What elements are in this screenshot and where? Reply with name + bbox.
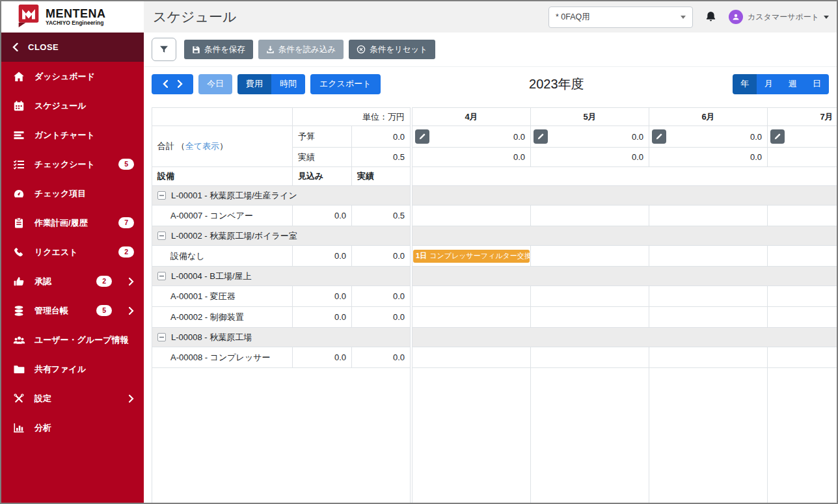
actual-month-value: 0.0 <box>412 148 531 167</box>
sidebar-item-schedule[interactable]: スケジュール <box>1 91 144 120</box>
home-icon <box>12 71 25 83</box>
sidebar-nav: ダッシュボード スケジュール ガントチャート チェックシート 5 チ <box>1 62 144 442</box>
calendar-icon <box>12 100 25 112</box>
schedule-cell <box>531 286 649 307</box>
schedule-cell <box>412 347 531 368</box>
brand-subtitle: YACHIYO Engineering <box>46 20 106 26</box>
collapse-minus-icon <box>157 333 166 341</box>
phone-icon <box>12 246 25 258</box>
reset-conditions-button[interactable]: 条件をリセット <box>349 40 435 59</box>
schedule-cell <box>412 307 531 328</box>
schedule-event[interactable]: 1日 コンプレッサーフィルター交換/ <box>413 250 530 263</box>
collapse-minus-icon <box>157 232 166 240</box>
workspace-select[interactable]: * 0FAQ用 <box>548 7 693 28</box>
sidebar-item-dashboard[interactable]: ダッシュボード <box>1 62 144 91</box>
chevron-down-icon <box>681 16 686 19</box>
pencil-icon <box>774 133 781 140</box>
chevron-right-icon <box>129 395 134 403</box>
budget-row-label: 予算 <box>293 126 352 148</box>
column-header-actual: 実績 <box>352 167 411 186</box>
equipment-name: 設備なし <box>152 246 293 267</box>
sidebar-item-approval[interactable]: 承認 2 <box>1 267 144 296</box>
view-day-button[interactable]: 日 <box>805 74 829 94</box>
sidebar-item-work-plan-history[interactable]: 作業計画/履歴 7 <box>1 208 144 237</box>
show-all-link[interactable]: 全て表示 <box>185 141 219 151</box>
view-year-button[interactable]: 年 <box>733 74 757 94</box>
edit-budget-button[interactable] <box>415 129 429 144</box>
schedule-cell <box>531 347 649 368</box>
schedule-cell <box>531 368 649 503</box>
sidebar-item-shared-files[interactable]: 共有ファイル <box>1 354 144 384</box>
view-month-button[interactable]: 月 <box>757 74 781 94</box>
view-week-button[interactable]: 週 <box>781 74 805 94</box>
schedule-cell <box>412 368 531 503</box>
pencil-icon <box>655 133 663 140</box>
schedule-cell <box>768 246 837 267</box>
brand-logo[interactable]: MENTENA YACHIYO Engineering <box>1 1 144 33</box>
today-button[interactable]: 今日 <box>198 74 232 94</box>
tools-icon <box>12 393 25 405</box>
mentena-logo-icon <box>17 3 40 31</box>
sidebar-item-ledger[interactable]: 管理台帳 5 <box>1 296 144 325</box>
sidebar-item-request[interactable]: リクエスト 2 <box>1 237 144 267</box>
next-period-button[interactable] <box>178 80 183 88</box>
chevron-right-icon <box>129 307 134 315</box>
equipment-name: A-00002 - 制御装置 <box>152 307 293 328</box>
load-conditions-button[interactable]: 条件を読み込み <box>258 40 344 59</box>
gantt-bars-icon <box>12 129 25 141</box>
app-window: MENTENA YACHIYO Engineering スケジュール * 0FA… <box>0 0 838 504</box>
sidebar-item-gantt[interactable]: ガントチャート <box>1 120 144 150</box>
group-row[interactable]: L-00002 - 秋葉原工場/ボイラー室 <box>152 226 411 246</box>
sidebar-close-button[interactable]: CLOSE <box>1 33 144 62</box>
close-label: CLOSE <box>28 42 59 52</box>
schedule-toolbar: 今日 費用 時間 エクスポート 2023年度 年 月 週 日 <box>144 67 837 101</box>
chevron-down-icon <box>824 16 829 19</box>
topbar-main: スケジュール * 0FAQ用 カスタマーサポート <box>144 1 837 33</box>
forecast-value: 0.0 <box>293 246 352 267</box>
approval-count-badge: 2 <box>96 276 112 287</box>
export-button[interactable]: エクスポート <box>310 74 381 94</box>
edit-budget-button[interactable] <box>770 129 785 144</box>
schedule-cell <box>768 206 837 226</box>
month-header: 5月 <box>531 108 649 126</box>
forecast-value: 0.0 <box>293 206 352 226</box>
group-row[interactable]: L-00008 - 秋葉原工場 <box>152 328 411 347</box>
prev-period-button[interactable] <box>163 80 168 88</box>
edit-budget-button[interactable] <box>652 129 666 144</box>
pencil-icon <box>418 133 426 140</box>
notifications-bell-icon[interactable] <box>705 10 717 23</box>
sidebar-item-analytics[interactable]: 分析 <box>1 413 144 442</box>
circle-x-icon <box>357 45 366 54</box>
sidebar-item-users-groups[interactable]: ユーザー・グループ情報 <box>1 325 144 354</box>
budget-month-cell <box>768 126 837 148</box>
sidebar-item-checksheet[interactable]: チェックシート 5 <box>1 150 144 179</box>
user-menu[interactable]: カスタマーサポート <box>729 10 829 24</box>
period-title: 2023年度 <box>529 75 584 93</box>
bar-chart-icon <box>12 422 25 434</box>
sidebar-item-settings[interactable]: 設定 <box>1 384 144 413</box>
schedule-cell <box>531 206 649 226</box>
sidebar-item-check-items[interactable]: チェック項目 <box>1 179 144 208</box>
schedule-cell <box>412 206 531 226</box>
edit-budget-button[interactable] <box>534 129 548 144</box>
forecast-value: 0.0 <box>293 307 352 328</box>
budget-total-value: 0.0 <box>352 126 411 148</box>
sidebar: CLOSE ダッシュボード スケジュール ガントチャート チェックシート <box>1 33 144 503</box>
filter-button[interactable] <box>152 38 176 61</box>
actual-month-value: 0.0 <box>531 148 649 167</box>
budget-month-cell: 0.0 <box>531 126 649 148</box>
schedule-cell: 1日 コンプレッサーフィルター交換/ <box>412 246 531 267</box>
column-header-forecast: 見込み <box>293 167 352 186</box>
cost-toggle-button[interactable]: 費用 <box>237 74 271 94</box>
group-row[interactable]: L-00001 - 秋葉原工場/生産ライン <box>152 186 411 206</box>
period-nav-group <box>152 74 193 94</box>
brand-name: MENTENA <box>46 8 106 20</box>
month-header: 6月 <box>649 108 768 126</box>
equipment-name: A-00008 - コンプレッサー <box>152 347 293 368</box>
database-icon <box>12 305 25 317</box>
empty-cell <box>152 108 293 126</box>
time-toggle-button[interactable]: 時間 <box>271 74 305 94</box>
group-row[interactable]: L-00004 - B工場/屋上 <box>152 267 411 286</box>
checksheet-count-badge: 5 <box>118 159 134 170</box>
save-conditions-button[interactable]: 条件を保存 <box>184 40 253 59</box>
